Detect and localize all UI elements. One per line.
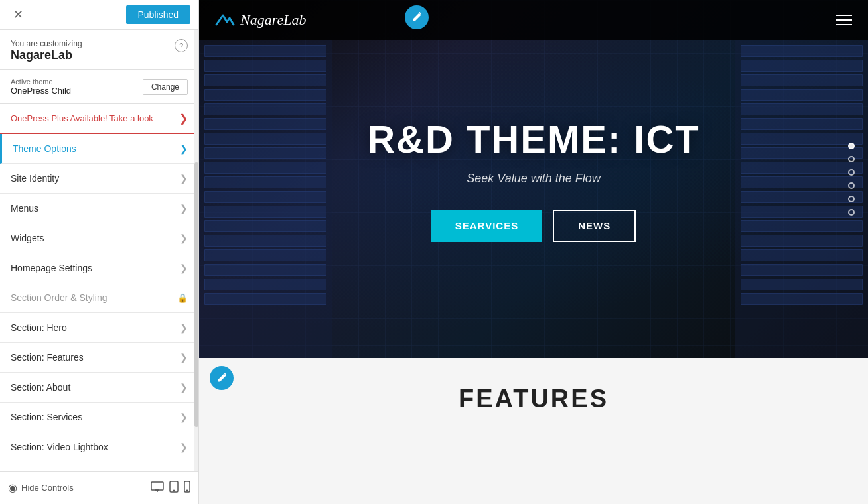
rack-unit	[204, 89, 326, 101]
rack-unit	[204, 279, 326, 290]
mobile-view-button[interactable]	[184, 481, 190, 495]
rack-unit	[204, 133, 326, 145]
rack-unit	[741, 264, 863, 276]
close-button[interactable]: ✕	[8, 5, 28, 25]
chevron-right-icon: ❯	[180, 352, 188, 363]
menu-item-label: Homepage Settings	[11, 263, 92, 273]
menu-item-section-services[interactable]: Section: Services ❯	[0, 403, 198, 432]
menu-item-label: Section: About	[11, 382, 70, 393]
menu-item-section-order-styling[interactable]: Section Order & Styling 🔒	[0, 283, 198, 313]
menu-item-section-video-lightbox[interactable]: Section: Video Lightbox ❯	[0, 432, 198, 462]
published-button[interactable]: Published	[126, 5, 191, 24]
rack-unit	[741, 279, 863, 290]
rack-unit	[741, 103, 863, 115]
customizing-header: You are customizing NagareLab ?	[0, 30, 198, 70]
page-dot-3[interactable]	[848, 169, 855, 176]
page-dot-6[interactable]	[848, 209, 855, 216]
page-dots	[848, 143, 855, 216]
rack-unit	[204, 206, 326, 218]
eye-icon: ◉	[8, 481, 17, 494]
page-dot-4[interactable]	[848, 182, 855, 189]
chevron-right-icon: ❯	[180, 143, 188, 154]
change-theme-button[interactable]: Change	[143, 79, 188, 95]
rack-unit	[741, 191, 863, 203]
pencil-icon	[216, 373, 227, 383]
hero-buttons: SEARVICES NEWS	[367, 210, 700, 242]
chevron-right-icon: ❯	[180, 322, 188, 333]
theme-name: OnePress Child	[11, 86, 71, 95]
rack-unit	[204, 235, 326, 247]
rack-unit	[204, 249, 326, 261]
menu-item-section-features[interactable]: Section: Features ❯	[0, 343, 198, 373]
page-dot-5[interactable]	[848, 196, 855, 202]
features-title: FEATURES	[459, 385, 609, 413]
rack-unit	[741, 235, 863, 247]
chevron-right-icon: ❯	[180, 263, 188, 273]
pencil-icon	[411, 12, 422, 23]
rack-unit	[741, 133, 863, 145]
rack-unit	[741, 176, 863, 188]
page-dot-1[interactable]	[848, 143, 855, 149]
menu-item-theme-options[interactable]: Theme Options ❯	[0, 134, 198, 164]
rack-unit	[204, 60, 326, 72]
features-section: FEATURES	[199, 358, 868, 504]
tablet-icon	[169, 481, 179, 493]
menu-item-widgets[interactable]: Widgets ❯	[0, 223, 198, 253]
chevron-right-icon: ❯	[180, 233, 188, 243]
rack-unit	[741, 147, 863, 159]
news-button[interactable]: NEWS	[553, 210, 636, 242]
rack-unit	[741, 293, 863, 305]
logo-area: NagareLab	[215, 11, 306, 29]
promo-banner[interactable]: OnePress Plus Available! Take a look ❯	[0, 104, 198, 134]
rack-unit	[741, 118, 863, 130]
logo-icon	[215, 13, 235, 27]
device-selector	[151, 481, 190, 495]
rack-unit	[204, 118, 326, 130]
rack-unit	[204, 45, 326, 57]
menu-item-section-about[interactable]: Section: About ❯	[0, 373, 198, 403]
active-theme-row: Active theme OnePress Child Change	[0, 70, 198, 104]
rack-unit	[741, 60, 863, 72]
svg-rect-0	[151, 482, 163, 490]
rack-unit	[204, 264, 326, 276]
rack-unit	[741, 89, 863, 101]
menu-list: Theme Options ❯ Site Identity ❯ Menus ❯ …	[0, 134, 198, 462]
menu-item-homepage-settings[interactable]: Homepage Settings ❯	[0, 253, 198, 283]
help-icon[interactable]: ?	[175, 39, 188, 52]
tablet-view-button[interactable]	[169, 481, 179, 495]
page-dot-2[interactable]	[848, 156, 855, 162]
edit-hero-button[interactable]	[405, 5, 429, 29]
rack-unit	[741, 249, 863, 261]
lock-icon: 🔒	[177, 293, 188, 303]
top-bar: ✕ Published	[0, 0, 198, 30]
promo-text: OnePress Plus Available! Take a look	[11, 113, 153, 123]
customizer-panel: ✕ Published You are customizing NagareLa…	[0, 0, 199, 504]
hamburger-line	[836, 15, 852, 16]
chevron-right-icon: ❯	[180, 412, 188, 422]
menu-item-label: Section: Hero	[11, 322, 67, 333]
rack-unit	[204, 103, 326, 115]
chevron-right-icon: ❯	[180, 173, 188, 184]
menu-item-label: Section: Video Lightbox	[11, 442, 108, 452]
menu-item-label: Section: Services	[11, 412, 82, 422]
menu-item-label: Section Order & Styling	[11, 292, 108, 303]
rack-unit	[204, 162, 326, 174]
hide-controls-button[interactable]: ◉ Hide Controls	[8, 481, 74, 494]
hero-content: R&D THEME: ICT Seek Value with the Flow …	[367, 117, 700, 242]
rack-unit	[741, 206, 863, 218]
site-name-label: NagareLab	[11, 48, 82, 62]
menu-item-menus[interactable]: Menus ❯	[0, 194, 198, 223]
hamburger-menu[interactable]	[836, 15, 852, 25]
menu-item-site-identity[interactable]: Site Identity ❯	[0, 164, 198, 194]
mobile-icon	[184, 481, 190, 493]
edit-features-button[interactable]	[210, 366, 234, 390]
desktop-view-button[interactable]	[151, 481, 164, 495]
rack-unit	[204, 147, 326, 159]
hero-section: NagareLab R&D THEME: ICT Seek Value with…	[199, 0, 868, 358]
menu-item-section-hero[interactable]: Section: Hero ❯	[0, 313, 198, 343]
scroll-track	[194, 30, 198, 471]
site-header: NagareLab	[199, 0, 868, 40]
svg-point-4	[173, 490, 175, 491]
desktop-icon	[151, 481, 164, 492]
services-button[interactable]: SEARVICES	[431, 210, 542, 242]
